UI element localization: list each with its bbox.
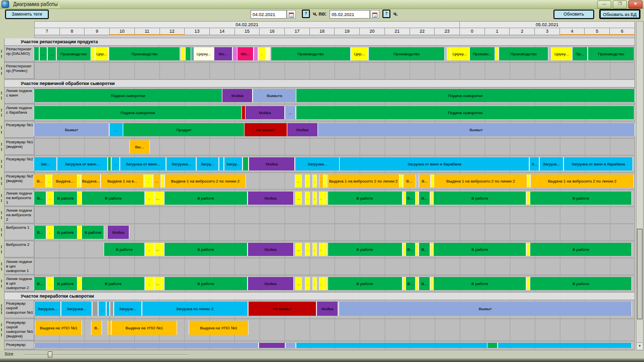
gantt-bar[interactable]: ..	[296, 243, 301, 256]
gantt-bar[interactable]: Загрузка от ванн и барабана	[340, 157, 529, 170]
gantt-bar[interactable]: Мойка	[248, 277, 293, 290]
refresh-from-db-button[interactable]: Обновить из БД	[599, 9, 640, 19]
gantt-bar[interactable]: .	[319, 243, 323, 256]
date-to-input[interactable]	[330, 10, 370, 19]
gantt-bar[interactable]: ...	[154, 277, 161, 290]
gantt-bar[interactable]: Выдача на УПО №1	[112, 321, 177, 335]
gantt-bar[interactable]: В работе	[54, 226, 77, 239]
gantt-bar[interactable]	[78, 277, 81, 290]
gantt-bar[interactable]: Цирку...	[194, 47, 214, 60]
gantt-bar[interactable]: В работе	[165, 243, 247, 256]
gantt-bar[interactable]	[496, 47, 498, 60]
gantt-bar[interactable]	[93, 302, 98, 316]
gantt-bar[interactable]: В работе	[328, 277, 402, 290]
gantt-bar[interactable]	[242, 106, 245, 119]
vertical-scrollbar[interactable]: ▼	[636, 21, 643, 350]
gantt-bar[interactable]: ...	[154, 243, 161, 256]
gantt-bar[interactable]: Мойка	[246, 106, 285, 119]
gantt-track[interactable]: Вы...	[34, 139, 635, 155]
gantt-bar[interactable]: Выдача 1 на вибросито 2 по линии 2	[165, 174, 245, 188]
gantt-bar[interactable]: .	[319, 192, 323, 205]
gantt-bar[interactable]: В..	[92, 321, 102, 335]
gantt-bar[interactable]: Выдача 1 на в...	[101, 174, 143, 188]
gantt-bar[interactable]: Загрузка...	[295, 157, 339, 170]
gantt-bar[interactable]	[447, 47, 449, 60]
gantt-bar[interactable]: Выдача 1 на вибросито 2 по линии 2	[328, 174, 399, 188]
gantt-bar[interactable]: .	[313, 192, 316, 205]
gantt-bar[interactable]: Загрузка...	[61, 302, 92, 316]
gantt-bar[interactable]	[162, 277, 164, 290]
gantt-track[interactable]	[34, 258, 635, 275]
gantt-bar[interactable]: Выдача...	[52, 174, 77, 188]
gantt-bar[interactable]	[527, 192, 529, 205]
gantt-bar[interactable]: В работе	[530, 192, 631, 205]
gantt-bar[interactable]	[108, 321, 111, 335]
gantt-bar[interactable]: Не вымыт	[245, 123, 287, 136]
gantt-bar[interactable]	[498, 343, 631, 348]
gantt-bar[interactable]: Подача сыворотки	[296, 89, 634, 102]
gantt-bar[interactable]: Подача сыворотки	[296, 106, 634, 119]
gantt-bar[interactable]: В...	[419, 192, 430, 205]
gantt-bar[interactable]	[324, 192, 327, 205]
gantt-bar[interactable]	[431, 243, 433, 256]
gantt-bar[interactable]: .	[319, 174, 323, 188]
gantt-bar[interactable]: Загру...	[224, 157, 242, 170]
gantt-bar[interactable]: .	[107, 302, 109, 316]
gantt-bar[interactable]: Вымыт	[34, 123, 109, 136]
gantt-bar[interactable]: Выдача 1 на вибросито 2 по линии 2	[531, 174, 633, 188]
gantt-bar[interactable]: .	[145, 243, 153, 256]
gantt-bar[interactable]: Производство	[109, 47, 180, 60]
gantt-track[interactable]: Вымыт..ПродуктНе вымытМойкаВымыт	[34, 122, 635, 138]
gantt-bar[interactable]	[403, 277, 405, 290]
gantt-bar[interactable]: В...	[406, 277, 415, 290]
gantt-bar[interactable]: Цир...	[351, 47, 368, 60]
gantt-bar[interactable]: Производство	[369, 47, 444, 60]
gantt-bar[interactable]: .	[233, 47, 236, 60]
gantt-bar[interactable]	[243, 157, 249, 170]
gantt-bar[interactable]: ...	[153, 174, 160, 188]
gantt-bar[interactable]: .	[305, 192, 309, 205]
gantt-bar[interactable]: Мойка	[287, 123, 317, 136]
gantt-bar[interactable]: Производство	[57, 47, 91, 60]
gantt-bar[interactable]: В работе	[328, 192, 402, 205]
gantt-bar[interactable]: Производство	[271, 47, 350, 60]
scrollbar-down-button[interactable]: ▼	[637, 342, 642, 349]
gantt-bar[interactable]: Загрузка от ванн и барабана	[564, 157, 632, 170]
gantt-bar[interactable]	[416, 277, 418, 290]
gantt-bar[interactable]	[403, 243, 405, 256]
gantt-bar[interactable]: Продукт	[123, 123, 244, 136]
gantt-bar[interactable]: В...	[34, 277, 46, 290]
gantt-bar[interactable]: ..	[112, 157, 119, 170]
gantt-bar[interactable]: Подача сыворотки	[34, 106, 242, 119]
gantt-bar[interactable]	[108, 157, 111, 170]
hours-from-input[interactable]: 7	[302, 10, 310, 18]
gantt-track[interactable]: В....В работеВ работе....В работеМойка..…	[34, 190, 635, 206]
gantt-bar[interactable]: ..	[295, 174, 301, 188]
gantt-bar[interactable]: Вымыт	[339, 302, 631, 316]
gantt-bar[interactable]	[528, 174, 530, 188]
gantt-bar[interactable]: Мо...	[237, 47, 253, 60]
gantt-track[interactable]: Подача сывороткиМойкаВымытаПодача сыворо…	[34, 87, 635, 104]
minimize-button[interactable]: —	[597, 1, 611, 9]
gantt-bar[interactable]: .	[313, 277, 316, 290]
gantt-bar[interactable]	[286, 343, 295, 348]
gantt-bar[interactable]: В...	[34, 226, 46, 239]
gantt-bar[interactable]	[35, 343, 258, 348]
gantt-bar[interactable]	[527, 277, 529, 290]
gantt-bar[interactable]: Вымыта	[253, 89, 296, 102]
gantt-bar[interactable]: Цирку...	[450, 47, 469, 60]
gantt-bar[interactable]: Не вымыт	[249, 302, 316, 316]
close-button[interactable]: ✕	[628, 1, 642, 9]
gantt-bar[interactable]: Мойка	[317, 302, 338, 316]
gantt-bar[interactable]: Мойка	[222, 89, 252, 102]
gantt-bar[interactable]	[34, 47, 39, 60]
gantt-bar[interactable]: Мойка	[108, 226, 129, 239]
gantt-bar[interactable]: ...	[48, 47, 56, 60]
gantt-bar[interactable]	[181, 47, 185, 60]
scrollbar-thumb[interactable]	[637, 229, 642, 319]
gantt-bar[interactable]	[416, 243, 418, 256]
gantt-bar[interactable]	[78, 226, 81, 239]
gantt-bar[interactable]: В...	[419, 174, 431, 188]
maximize-button[interactable]: ❐	[613, 1, 627, 9]
gantt-bar[interactable]: Заг...	[34, 157, 56, 170]
